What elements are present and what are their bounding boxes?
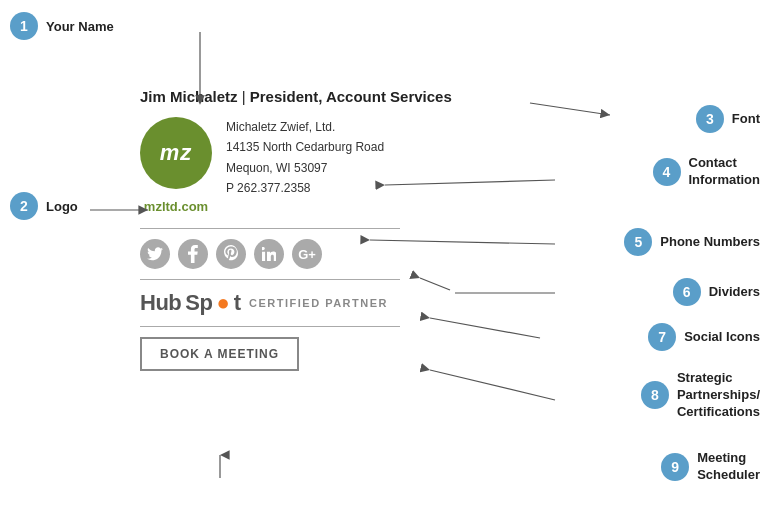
- sig-contact-block: Michaletz Zwief, Ltd. 14135 North Cedarb…: [226, 117, 384, 199]
- svg-line-8: [430, 370, 555, 400]
- label-meeting: MeetingScheduler: [697, 450, 760, 484]
- twitter-icon[interactable]: [140, 239, 170, 269]
- sig-address2: Mequon, WI 53097: [226, 158, 384, 178]
- hubspot-dot-icon: ●: [216, 290, 229, 316]
- label-social: Social Icons: [684, 329, 760, 346]
- circle-6: 6: [673, 278, 701, 306]
- annotation-6: 6 Dividers: [673, 278, 760, 306]
- annotation-7: 7 Social Icons: [648, 323, 760, 351]
- sig-divider-line: [140, 228, 400, 229]
- circle-4: 4: [653, 158, 681, 186]
- circle-3: 3: [696, 105, 724, 133]
- annotation-8: 8 StrategicPartnerships/Certifications: [641, 370, 760, 421]
- circle-2: 2: [10, 192, 38, 220]
- social-icons-row: G+: [140, 239, 550, 269]
- sig-divider-2: [140, 279, 400, 280]
- label-dividers: Dividers: [709, 284, 760, 301]
- sig-website: mzltd.com: [144, 199, 208, 214]
- label-your-name: Your Name: [46, 19, 114, 34]
- label-phone: Phone Numbers: [660, 234, 760, 251]
- facebook-icon[interactable]: [178, 239, 208, 269]
- annotation-1: 1 Your Name: [10, 12, 114, 40]
- logo-circle: mz: [140, 117, 212, 189]
- logo-letters: mz: [160, 140, 193, 166]
- hubspot-hub: Hub: [140, 290, 181, 316]
- sig-name: Jim Michaletz: [140, 88, 238, 105]
- hubspot-sp: Sp: [185, 290, 212, 316]
- annotation-4: 4 ContactInformation: [653, 155, 761, 189]
- circle-5: 5: [624, 228, 652, 256]
- annotation-5: 5 Phone Numbers: [624, 228, 760, 256]
- pinterest-icon[interactable]: [216, 239, 246, 269]
- sig-title: President, Account Services: [250, 88, 452, 105]
- sig-pipe: |: [242, 88, 250, 105]
- sig-phone: P 262.377.2358: [226, 178, 384, 198]
- sig-company: Michaletz Zwief, Ltd.: [226, 117, 384, 137]
- sig-address1: 14135 North Cedarburg Road: [226, 137, 384, 157]
- circle-8: 8: [641, 381, 669, 409]
- sig-body: mz mzltd.com Michaletz Zwief, Ltd. 14135…: [140, 117, 550, 214]
- sig-name-line: Jim Michaletz | President, Account Servi…: [140, 88, 550, 105]
- googleplus-icon[interactable]: G+: [292, 239, 322, 269]
- circle-1: 1: [10, 12, 38, 40]
- annotation-9: 9 MeetingScheduler: [661, 450, 760, 484]
- annotation-2: 2 Logo: [10, 192, 78, 220]
- book-meeting-button[interactable]: BOOK A MEETING: [140, 337, 299, 371]
- circle-7: 7: [648, 323, 676, 351]
- circle-9: 9: [661, 453, 689, 481]
- label-logo: Logo: [46, 199, 78, 214]
- hubspot-t: t: [234, 290, 241, 316]
- label-font: Font: [732, 111, 760, 128]
- hubspot-row: Hub Sp ● t CERTIFIED PARTNER: [140, 290, 550, 316]
- annotation-3: 3 Font: [696, 105, 760, 133]
- hubspot-certified-label: CERTIFIED PARTNER: [249, 297, 388, 309]
- sig-divider-3: [140, 326, 400, 327]
- linkedin-icon[interactable]: [254, 239, 284, 269]
- signature-area: Jim Michaletz | President, Account Servi…: [140, 88, 550, 371]
- label-contact-info: ContactInformation: [689, 155, 761, 189]
- sig-contact-details: Michaletz Zwief, Ltd. 14135 North Cedarb…: [226, 117, 384, 199]
- label-partnerships: StrategicPartnerships/Certifications: [677, 370, 760, 421]
